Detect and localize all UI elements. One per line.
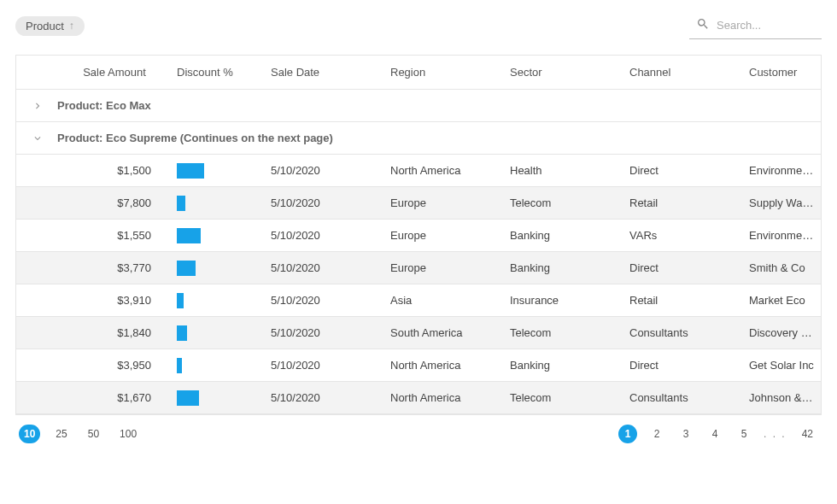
cell-date: 5/10/2020 <box>264 326 383 339</box>
cell-amount: $1,840 <box>59 326 170 339</box>
cell-customer: Johnson & Assoc <box>742 391 821 404</box>
cell-discount-bar <box>170 228 264 243</box>
cell-discount-bar <box>170 325 264 341</box>
col-sale-amount[interactable]: Sale Amount <box>59 66 170 79</box>
cell-region: South America <box>383 326 503 339</box>
cell-discount-bar <box>170 358 264 373</box>
page-1[interactable]: 1 <box>618 425 637 443</box>
cell-channel: Consultants <box>623 391 742 404</box>
col-region[interactable]: Region <box>383 66 503 79</box>
cell-sector: Telecom <box>503 326 623 339</box>
cell-customer: Supply Warehous <box>742 196 821 209</box>
group-chip-product[interactable]: Product ↑ <box>15 16 85 36</box>
cell-channel: VARs <box>623 229 742 242</box>
cell-date: 5/10/2020 <box>264 359 383 372</box>
cell-region: Europe <box>383 196 503 209</box>
group-chip-label: Product <box>26 20 64 32</box>
cell-customer: Discovery Systems <box>742 326 821 339</box>
cell-sector: Banking <box>503 359 623 372</box>
group-label: Product: Eco Max <box>57 99 151 112</box>
cell-amount: $3,910 <box>59 294 170 307</box>
page-size-10[interactable]: 10 <box>19 425 40 443</box>
cell-date: 5/10/2020 <box>264 261 383 274</box>
search-icon <box>696 17 710 33</box>
cell-customer: Smith & Co <box>742 261 821 274</box>
page-2[interactable]: 2 <box>647 425 666 443</box>
cell-customer: Environment Solar <box>742 229 821 242</box>
cell-channel: Retail <box>623 196 742 209</box>
cell-sector: Banking <box>503 229 623 242</box>
cell-channel: Direct <box>623 359 742 372</box>
cell-channel: Direct <box>623 164 742 177</box>
table-row[interactable]: $1,5505/10/2020EuropeBankingVARsEnvironm… <box>16 220 821 252</box>
cell-sector: Insurance <box>503 294 623 307</box>
cell-discount-bar <box>170 196 264 211</box>
col-discount[interactable]: Discount % <box>170 66 264 79</box>
chevron-down-icon <box>32 132 44 144</box>
cell-date: 5/10/2020 <box>264 164 383 177</box>
page-navigator: 12345. . .42 <box>618 425 818 443</box>
cell-region: Asia <box>383 294 503 307</box>
cell-region: North America <box>383 391 503 404</box>
header-row: Sale Amount Discount % Sale Date Region … <box>16 56 821 90</box>
data-grid: Sale Amount Discount % Sale Date Region … <box>15 55 822 415</box>
cell-date: 5/10/2020 <box>264 294 383 307</box>
page-5[interactable]: 5 <box>735 425 753 443</box>
cell-discount-bar <box>170 293 264 308</box>
cell-sector: Telecom <box>503 196 623 209</box>
pager: 102550100 12345. . .42 <box>15 415 822 453</box>
chevron-right-icon <box>32 100 44 112</box>
cell-amount: $7,800 <box>59 196 170 209</box>
cell-date: 5/10/2020 <box>264 391 383 404</box>
cell-discount-bar <box>170 390 264 406</box>
cell-amount: $1,500 <box>59 164 170 177</box>
col-channel[interactable]: Channel <box>623 66 742 79</box>
col-sale-date[interactable]: Sale Date <box>264 66 383 79</box>
table-row[interactable]: $1,8405/10/2020South AmericaTelecomConsu… <box>16 317 821 349</box>
page-ellipsis: . . . <box>764 428 787 440</box>
page-size-25[interactable]: 25 <box>50 425 72 443</box>
cell-channel: Retail <box>623 294 742 307</box>
cell-amount: $1,550 <box>59 229 170 242</box>
cell-region: North America <box>383 359 503 372</box>
search-input[interactable] <box>717 19 811 32</box>
page-size-50[interactable]: 50 <box>83 425 104 443</box>
cell-discount-bar <box>170 163 264 179</box>
cell-amount: $1,670 <box>59 391 170 404</box>
cell-customer: Get Solar Inc <box>742 359 821 372</box>
page-3[interactable]: 3 <box>676 425 695 443</box>
table-row[interactable]: $1,6705/10/2020North AmericaTelecomConsu… <box>16 382 821 414</box>
cell-region: Europe <box>383 261 503 274</box>
table-row[interactable]: $3,9105/10/2020AsiaInsuranceRetailMarket… <box>16 284 821 317</box>
page-4[interactable]: 4 <box>705 425 724 443</box>
col-sector[interactable]: Sector <box>503 66 623 79</box>
cell-date: 5/10/2020 <box>264 196 383 209</box>
cell-customer: Market Eco <box>742 294 821 307</box>
cell-date: 5/10/2020 <box>264 229 383 242</box>
cell-sector: Banking <box>503 261 623 274</box>
search-field[interactable] <box>689 12 822 39</box>
cell-amount: $3,950 <box>59 359 170 372</box>
table-row[interactable]: $3,9505/10/2020North AmericaBankingDirec… <box>16 349 821 382</box>
cell-sector: Health <box>503 164 623 177</box>
sort-asc-icon: ↑ <box>69 20 74 32</box>
cell-region: North America <box>383 164 503 177</box>
cell-amount: $3,770 <box>59 261 170 274</box>
page-last[interactable]: 42 <box>797 425 818 443</box>
group-row-eco-max[interactable]: Product: Eco Max <box>16 90 821 122</box>
page-size-selector: 102550100 <box>19 425 142 443</box>
cell-channel: Direct <box>623 261 742 274</box>
group-label: Product: Eco Supreme (Continues on the n… <box>57 132 333 144</box>
cell-customer: Environment Solar <box>742 164 821 177</box>
page-size-100[interactable]: 100 <box>114 425 142 443</box>
cell-region: Europe <box>383 229 503 242</box>
cell-sector: Telecom <box>503 391 623 404</box>
table-row[interactable]: $7,8005/10/2020EuropeTelecomRetailSupply… <box>16 187 821 220</box>
group-row-eco-supreme[interactable]: Product: Eco Supreme (Continues on the n… <box>16 122 821 155</box>
col-customer[interactable]: Customer <box>742 66 821 79</box>
cell-channel: Consultants <box>623 326 742 339</box>
table-row[interactable]: $1,5005/10/2020North AmericaHealthDirect… <box>16 155 821 187</box>
table-row[interactable]: $3,7705/10/2020EuropeBankingDirectSmith … <box>16 252 821 284</box>
cell-discount-bar <box>170 261 264 276</box>
